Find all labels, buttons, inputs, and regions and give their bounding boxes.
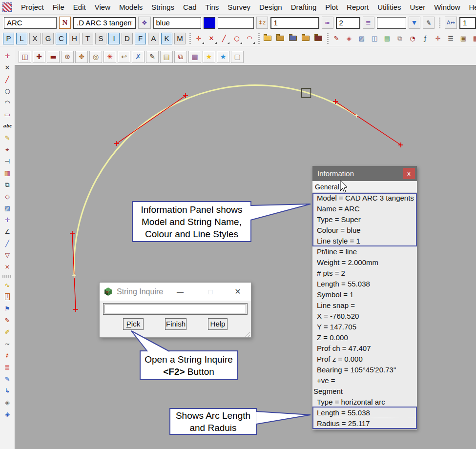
menu-drafting[interactable]: Drafting <box>287 3 321 11</box>
close-icon[interactable]: x <box>403 168 415 179</box>
weight-field[interactable] <box>336 17 360 29</box>
weight-button[interactable]: ≡ <box>363 17 374 29</box>
inquire-input[interactable] <box>104 305 246 313</box>
maximize-icon[interactable]: □ <box>203 283 218 301</box>
snap-cross-icon[interactable]: ✛ <box>1 50 13 61</box>
text-height-button[interactable]: A↔ <box>445 17 457 29</box>
model-choice-button[interactable]: ❖ <box>138 17 151 29</box>
linestyle-button[interactable]: ≈ <box>322 17 333 29</box>
layout-box-icon[interactable]: ▢ <box>231 51 244 63</box>
resize-grip[interactable] <box>244 330 250 337</box>
model-book-icon[interactable] <box>287 33 299 44</box>
snap-button-f[interactable]: F <box>135 33 146 44</box>
zoom-out-icon[interactable]: ▬ <box>47 51 60 63</box>
clipboard-icon[interactable]: ▣ <box>457 33 469 44</box>
menu-utilities[interactable]: Utilities <box>373 3 405 11</box>
colour-swatch[interactable] <box>204 17 215 29</box>
menu-plot[interactable]: Plot <box>321 3 342 11</box>
highlight-dropdown-button[interactable]: ▼ <box>409 17 420 29</box>
polygon-shield-icon[interactable]: ▽ <box>1 249 13 260</box>
pan-icon[interactable]: ✥ <box>75 51 88 63</box>
menu-project[interactable]: Project <box>17 3 48 11</box>
drag-point-icon[interactable]: ✛ <box>432 33 444 44</box>
trim-icon[interactable]: × <box>1 261 13 272</box>
kerb-return-icon[interactable]: ↳ <box>1 385 13 396</box>
road-icon[interactable]: ♯ <box>1 350 13 361</box>
label-tag-icon[interactable]: ◈ <box>343 33 355 44</box>
photo-icon[interactable]: ▤ <box>381 33 393 44</box>
cad-intersect-icon[interactable]: ✕ <box>206 33 217 44</box>
curve-fit-icon[interactable]: ∼ <box>1 338 13 349</box>
menu-design[interactable]: Design <box>255 3 287 11</box>
plot-icon[interactable]: ▤ <box>160 51 173 63</box>
eyedropper-button[interactable]: ✐ <box>423 17 435 29</box>
copy-window-icon[interactable]: ⧉ <box>1 179 13 190</box>
cad-circle-icon[interactable]: ○ <box>231 33 243 44</box>
menu-survey[interactable]: Survey <box>223 3 255 11</box>
interface-icon[interactable]: I <box>1 291 13 302</box>
cad-arc-icon[interactable]: ◠ <box>244 33 255 44</box>
screen-capture-icon[interactable]: ◫ <box>369 33 380 44</box>
name-lock-button[interactable]: N <box>59 17 71 29</box>
menu-tins[interactable]: Tins <box>201 3 224 11</box>
menu-window[interactable]: Window <box>430 3 464 11</box>
snap-button-t[interactable]: T <box>82 33 93 44</box>
notebook-icon[interactable] <box>312 33 324 44</box>
pencil-edit-icon[interactable]: ✎ <box>1 132 13 143</box>
snap-button-k[interactable]: K <box>161 33 172 44</box>
snap-button-g[interactable]: G <box>42 33 54 44</box>
information-panel-titlebar[interactable]: Information x <box>312 166 417 181</box>
snap-button-d[interactable]: D <box>122 33 133 44</box>
linestyle-field[interactable] <box>270 17 319 29</box>
image-icon[interactable]: ▨ <box>1 203 13 213</box>
snap-button-m[interactable]: M <box>174 33 186 44</box>
draw-rectangle-icon[interactable]: ▭ <box>1 109 13 120</box>
snap-button-l[interactable]: L <box>16 33 27 44</box>
menu-cad[interactable]: Cad <box>179 3 201 11</box>
annotate-icon[interactable]: ✎ <box>1 315 13 326</box>
redraw-brush-icon[interactable]: ✎ <box>146 51 159 63</box>
menu-report[interactable]: Report <box>342 3 373 11</box>
text-icon[interactable]: abc <box>1 121 13 131</box>
styled-line-icon[interactable]: ╱ <box>1 238 13 248</box>
transparency-icon[interactable]: ⧉ <box>394 33 406 44</box>
shared-star-icon[interactable]: ★ <box>217 51 229 63</box>
draw-arc-icon[interactable]: ◠ <box>1 97 13 108</box>
snap-cancel-icon[interactable]: ✗ <box>132 51 145 63</box>
string-name-field[interactable] <box>4 17 57 29</box>
shared-models-icon[interactable] <box>300 33 311 44</box>
blank-field-1[interactable] <box>218 17 254 29</box>
snap-button-a[interactable]: A <box>148 33 159 44</box>
sketch-icon[interactable]: ✐ <box>1 327 13 337</box>
snap-button-h[interactable]: H <box>69 33 80 44</box>
dialog-titlebar[interactable]: 12 String Inquire — □ ✕ <box>100 283 251 301</box>
zoom-extents-icon[interactable]: ⊕ <box>61 51 74 63</box>
polygon-icon[interactable]: ◇ <box>1 191 13 202</box>
snap-button-p[interactable]: P <box>3 33 14 44</box>
menu-models[interactable]: Models <box>115 3 147 11</box>
user-library-icon[interactable] <box>274 33 286 44</box>
fit-image-icon[interactable]: ▨ <box>356 33 368 44</box>
model-field[interactable] <box>73 17 136 29</box>
snap-button-i[interactable]: I <box>108 33 120 44</box>
set-out-icon[interactable]: ✎ <box>1 373 13 384</box>
table-icon[interactable]: ▦ <box>1 167 13 178</box>
menu-edit[interactable]: Edit <box>69 3 90 11</box>
point-box-icon[interactable]: ⌖ <box>1 144 13 155</box>
minimize-icon[interactable]: — <box>173 283 187 301</box>
tin-contours-icon[interactable]: ◈ <box>1 408 13 419</box>
cad-line-icon[interactable]: ╱ <box>218 33 230 44</box>
freehand-icon[interactable]: ∿ <box>1 280 13 290</box>
edit-template-icon[interactable]: ✎ <box>331 33 342 44</box>
copy-view-icon[interactable]: ⧉ <box>174 51 187 63</box>
option-grid-icon[interactable]: ▦ <box>470 33 476 44</box>
justify-button[interactable]: ↕z <box>256 17 268 29</box>
survey-icon[interactable]: ⚑ <box>1 303 13 314</box>
open-folder-icon[interactable] <box>262 33 273 44</box>
menu-help[interactable]: Help <box>465 3 476 11</box>
intersect-icon[interactable]: ✕ <box>1 62 13 73</box>
boxing-icon[interactable]: ≣ <box>1 362 13 372</box>
favourite-star-icon[interactable]: ★ <box>203 51 215 63</box>
tab-general[interactable]: General <box>313 182 342 192</box>
close-icon[interactable]: ✕ <box>230 283 245 301</box>
